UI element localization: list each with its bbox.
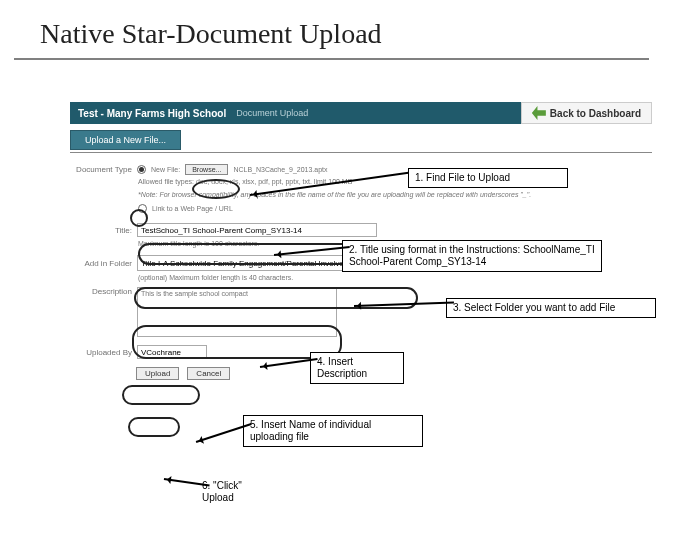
new-file-label: New File:	[151, 166, 180, 173]
new-file-radio[interactable]	[137, 165, 146, 174]
max-chars-label: Maximum title length is 100 characters.	[138, 240, 259, 247]
optional-note: (optional) Maximum folder length is 40 c…	[138, 274, 293, 281]
back-to-dashboard-button[interactable]: Back to Dashboard	[521, 102, 652, 124]
school-name: Test - Many Farms High School	[78, 108, 226, 119]
uploaded-by-label: Uploaded By	[70, 348, 132, 357]
link-url-radio[interactable]	[138, 204, 147, 213]
compatibility-note: *Note: For browser compatibility, any sp…	[138, 191, 531, 198]
school-header: Test - Many Farms High School Document U…	[70, 102, 521, 124]
cancel-button[interactable]: Cancel	[187, 367, 230, 380]
back-label: Back to Dashboard	[550, 108, 641, 119]
link-url-label: Link to a Web Page / URL	[152, 205, 233, 212]
back-arrow-icon	[532, 106, 546, 120]
description-textarea[interactable]: This is the sample school compact	[137, 287, 337, 337]
annotation-1: 1. Find File to Upload	[408, 168, 568, 188]
browse-button[interactable]: Browse...	[185, 164, 228, 175]
folder-label: Add in Folder	[70, 259, 132, 268]
annotation-4: 4. Insert Description	[310, 352, 404, 384]
annotation-5: 5. Insert Name of individual uploading f…	[243, 415, 423, 447]
annotation-3: 3. Select Folder you want to add File	[446, 298, 656, 318]
allowed-types-label: Allowed file types: doc, docx, xls, xlsx…	[138, 178, 352, 185]
selected-file-name: NCLB_N3Cache_9_2013.aptx	[233, 166, 327, 173]
annotation-2: 2. Title using format in the Instruction…	[342, 240, 602, 272]
breadcrumb: Document Upload	[236, 108, 308, 118]
page-title: Native Star-Document Upload	[14, 0, 649, 60]
annotation-6: 6. "Click" Upload	[196, 477, 276, 507]
title-label: Title:	[70, 226, 132, 235]
uploaded-by-input[interactable]	[137, 345, 207, 359]
upload-new-file-tab[interactable]: Upload a New File...	[70, 130, 181, 150]
description-label: Description	[70, 287, 132, 296]
document-type-label: Document Type	[70, 165, 132, 174]
title-input[interactable]	[137, 223, 377, 237]
upload-button[interactable]: Upload	[136, 367, 179, 380]
